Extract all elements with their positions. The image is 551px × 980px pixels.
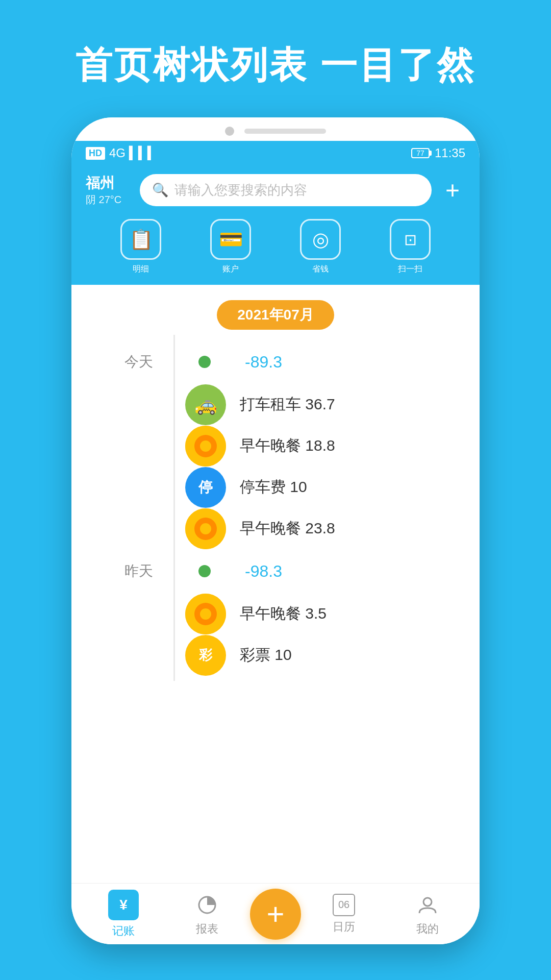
month-badge: 2021年07月 xyxy=(71,290,480,335)
account-icon: 💳 xyxy=(210,219,251,260)
content-area: 2021年07月 今天 -89.3 🚕 打车租车 36.7 xyxy=(71,285,480,686)
report-nav-icon xyxy=(194,892,220,918)
phone-camera xyxy=(225,127,234,136)
svg-point-1 xyxy=(423,898,432,906)
food-icon-3 xyxy=(185,594,226,634)
list-item[interactable]: 停 停车费 10 xyxy=(102,467,449,508)
timeline: 今天 -89.3 🚕 打车租车 36.7 xyxy=(71,335,480,681)
location-info: 福州 阴 27°C xyxy=(86,174,132,207)
food-icon-2 xyxy=(185,508,226,549)
profile-nav-icon xyxy=(414,892,441,918)
nav-detail[interactable]: 📋 明细 xyxy=(120,219,161,275)
nav-item-calendar[interactable]: 06 日历 xyxy=(303,894,385,935)
phone-mockup: HD 4G ▍▍▍ 77 11:35 福州 阴 27°C 🔍 请输入您要搜索的内… xyxy=(71,117,480,944)
report-nav-label: 报表 xyxy=(196,921,218,937)
time-display: 11:35 xyxy=(435,146,465,160)
location-weather: 阴 27°C xyxy=(86,193,132,207)
search-icon: 🔍 xyxy=(152,182,168,198)
search-row: 福州 阴 27°C 🔍 请输入您要搜索的内容 + xyxy=(86,174,465,207)
list-item[interactable]: 早午晚餐 23.8 xyxy=(102,508,449,549)
app-header: 福州 阴 27°C 🔍 请输入您要搜索的内容 + 📋 明细 💳 账户 xyxy=(71,165,480,285)
nav-item-account[interactable]: ¥ 记账 xyxy=(83,890,164,939)
location-name: 福州 xyxy=(86,174,132,193)
detail-label: 明细 xyxy=(133,264,149,275)
signal-indicator: 4G ▍▍▍ xyxy=(109,146,157,160)
phone-speaker xyxy=(244,129,326,134)
add-button[interactable]: + xyxy=(440,176,465,204)
parking-icon: 停 xyxy=(185,467,226,508)
status-right: 77 11:35 xyxy=(411,146,465,160)
nav-account[interactable]: 💳 账户 xyxy=(210,219,251,275)
scan-icon: ⊡ xyxy=(390,219,431,260)
nav-save[interactable]: ◎ 省钱 xyxy=(300,219,341,275)
day-yesterday: 昨天 -98.3 xyxy=(102,549,449,593)
search-placeholder: 请输入您要搜索的内容 xyxy=(174,181,307,199)
day-label-today: 今天 xyxy=(102,352,163,372)
day-amount-yesterday: -98.3 xyxy=(163,562,282,581)
list-item[interactable]: 早午晚餐 18.8 xyxy=(102,425,449,467)
battery-icon: 77 xyxy=(411,148,430,158)
day-dot-yesterday xyxy=(198,565,211,577)
scan-label: 扫一扫 xyxy=(398,264,422,275)
account-label: 账户 xyxy=(222,264,239,275)
list-item[interactable]: 🚕 打车租车 36.7 xyxy=(102,384,449,425)
list-item[interactable]: 早午晚餐 3.5 xyxy=(102,593,449,634)
hd-badge: HD xyxy=(86,147,105,160)
calendar-nav-icon: 06 xyxy=(333,894,355,916)
nav-item-profile[interactable]: 我的 xyxy=(387,892,468,937)
status-bar: HD 4G ▍▍▍ 77 11:35 xyxy=(71,141,480,165)
day-dot-today xyxy=(198,356,211,368)
list-item[interactable]: 彩 彩票 10 xyxy=(102,634,449,676)
detail-icon: 📋 xyxy=(120,219,161,260)
fab-button[interactable]: + xyxy=(250,889,301,940)
status-left: HD 4G ▍▍▍ xyxy=(86,146,157,160)
save-label: 省钱 xyxy=(312,264,329,275)
battery-level: 77 xyxy=(416,149,424,157)
month-tag: 2021年07月 xyxy=(217,300,334,330)
day-today: 今天 -89.3 xyxy=(102,340,449,384)
search-box[interactable]: 🔍 请输入您要搜索的内容 xyxy=(140,174,432,206)
lottery-icon: 彩 xyxy=(185,635,226,676)
quick-nav: 📋 明细 💳 账户 ◎ 省钱 ⊡ 扫一扫 xyxy=(86,219,465,275)
nav-item-report[interactable]: 报表 xyxy=(166,892,248,937)
bottom-nav: ¥ 记账 报表 + 06 日历 xyxy=(71,883,480,944)
food-icon-1 xyxy=(185,426,226,467)
calendar-nav-label: 日历 xyxy=(333,919,355,935)
nav-scan[interactable]: ⊡ 扫一扫 xyxy=(390,219,431,275)
page-title: 首页树状列表 一目了然 xyxy=(0,0,551,90)
save-icon: ◎ xyxy=(300,219,341,260)
day-label-yesterday: 昨天 xyxy=(102,561,163,581)
car-icon: 🚕 xyxy=(185,384,226,425)
day-amount-today: -89.3 xyxy=(163,353,282,372)
phone-top-bar xyxy=(71,117,480,141)
profile-nav-label: 我的 xyxy=(416,921,439,937)
account-nav-label: 记账 xyxy=(112,923,135,939)
account-nav-icon: ¥ xyxy=(108,890,139,920)
